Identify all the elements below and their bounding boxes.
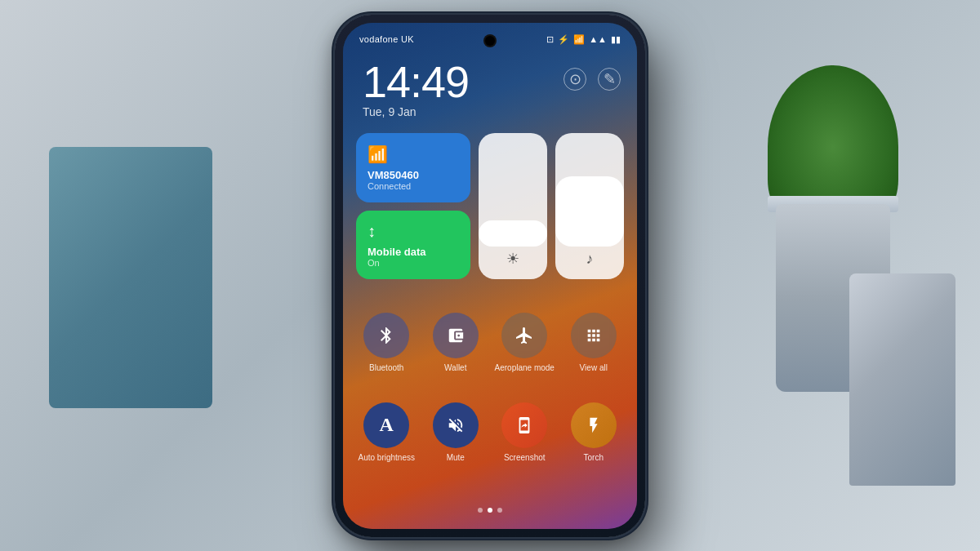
bluetooth-button[interactable]: Bluetooth: [356, 313, 417, 373]
aeroplane-label: Aeroplane mode: [495, 363, 555, 373]
camera-hole: [485, 36, 495, 46]
mobile-data-tile[interactable]: ↕ Mobile data On: [356, 211, 470, 279]
auto-brightness-button[interactable]: A Auto brightness: [356, 402, 417, 463]
bluetooth-icon: ⚡: [558, 34, 569, 45]
mobile-status: On: [368, 258, 459, 268]
quick-tiles: 📶 VM850460 Connected ☀ ♪ ↕ Mobile: [356, 133, 624, 279]
viewall-button[interactable]: View all: [564, 313, 625, 373]
screenshot-button[interactable]: Screenshot: [494, 402, 555, 463]
brightness-slider-icon: ☀: [506, 250, 519, 268]
wallet-circle: [433, 313, 479, 358]
wifi-network-name: VM850460: [368, 169, 459, 181]
mute-label: Mute: [447, 453, 465, 463]
battery-icon: ▮▮: [611, 34, 621, 45]
pagination-dots: [478, 508, 502, 513]
torch-label: Torch: [584, 453, 604, 463]
status-icons: ⊡ ⚡ 📶 ▲▲ ▮▮: [546, 34, 621, 45]
date-display: Tue, 9 Jan: [363, 105, 469, 118]
carrier-label: vodafone UK: [359, 34, 414, 44]
phone-screen: vodafone UK ⊡ ⚡ 📶 ▲▲ ▮▮ 14:49 Tue, 9 Jan: [343, 23, 637, 529]
wifi-tile[interactable]: 📶 VM850460 Connected: [356, 133, 470, 202]
mute-circle: [433, 402, 479, 448]
brightness-circle-icon[interactable]: ⊙: [564, 68, 586, 91]
volume-slider[interactable]: ♪: [555, 133, 624, 279]
background-box: [49, 147, 212, 408]
screenshot-label: Screenshot: [504, 453, 546, 463]
phone: vodafone UK ⊡ ⚡ 📶 ▲▲ ▮▮ 14:49 Tue, 9 Jan: [335, 15, 645, 537]
time-action-icons: ⊙ ✎: [564, 68, 621, 91]
volume-slider-icon: ♪: [586, 251, 594, 268]
quick-buttons-row1: Bluetooth Wallet Aeropla: [356, 313, 624, 373]
mute-button[interactable]: Mute: [425, 402, 487, 463]
dot-1: [478, 508, 483, 513]
aeroplane-button[interactable]: Aeroplane mode: [494, 313, 555, 373]
phone-body: vodafone UK ⊡ ⚡ 📶 ▲▲ ▮▮ 14:49 Tue, 9 Jan: [335, 15, 645, 537]
time-section: 14:49 Tue, 9 Jan: [363, 60, 469, 118]
mobile-name: Mobile data: [368, 246, 459, 258]
auto-brightness-circle: A: [363, 402, 409, 448]
background-can: [849, 273, 956, 486]
wifi-icon: ▲▲: [589, 34, 607, 44]
dot-3: [497, 508, 502, 513]
bluetooth-circle: [363, 313, 409, 358]
bluetooth-label: Bluetooth: [369, 363, 403, 373]
screen-content: vodafone UK ⊡ ⚡ 📶 ▲▲ ▮▮ 14:49 Tue, 9 Jan: [343, 23, 637, 529]
screenshot-circle: [501, 402, 547, 448]
dot-2: [488, 508, 492, 513]
nfc-icon: ⊡: [546, 34, 554, 45]
aeroplane-circle: [501, 313, 547, 358]
viewall-circle: [571, 313, 617, 358]
torch-circle: [571, 402, 617, 448]
signal-icon: 📶: [573, 34, 585, 45]
brightness-slider[interactable]: ☀: [479, 133, 547, 279]
torch-button[interactable]: Torch: [564, 402, 625, 463]
auto-brightness-label: Auto brightness: [359, 453, 416, 463]
scene: vodafone UK ⊡ ⚡ 📶 ▲▲ ▮▮ 14:49 Tue, 9 Jan: [0, 0, 980, 551]
viewall-label: View all: [580, 363, 608, 373]
wallet-button[interactable]: Wallet: [425, 313, 487, 373]
wallet-label: Wallet: [444, 363, 466, 373]
edit-icon[interactable]: ✎: [598, 68, 621, 91]
quick-buttons-row2: A Auto brightness Mute: [356, 402, 624, 463]
wifi-tile-icon: 📶: [368, 144, 459, 164]
time-display: 14:49: [363, 60, 469, 104]
mobile-tile-icon: ↕: [368, 222, 459, 241]
wifi-status: Connected: [368, 181, 459, 191]
